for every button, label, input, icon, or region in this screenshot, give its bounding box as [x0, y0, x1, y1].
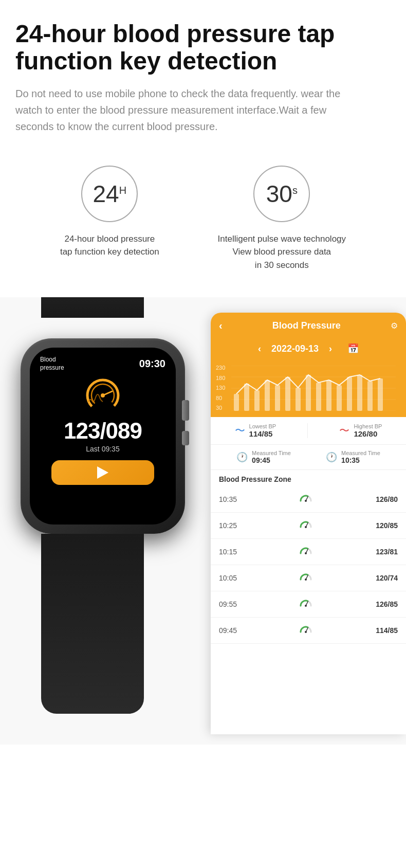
bp-row-time: 09:55	[219, 600, 250, 608]
bp-row-reading: 126/85	[362, 600, 398, 608]
bp-row-time: 10:15	[219, 548, 250, 556]
lowest-bp-label: Lowest BP	[249, 423, 276, 429]
highest-bp-value: 126/80	[354, 429, 382, 438]
chart-y-30: 30	[216, 405, 225, 411]
measured-time-2: 🕐 Measured Time 10:35	[326, 450, 380, 464]
highest-bp-info: Highest BP 126/80	[354, 423, 382, 438]
calendar-icon[interactable]: 📅	[347, 343, 359, 354]
watch-side-button-2	[182, 431, 189, 445]
lowest-bp-value: 114/85	[249, 429, 276, 438]
watch-outer: Blood pressure 09:30	[21, 338, 185, 534]
measured-label-2: Measured Time	[341, 450, 380, 456]
demo-section: Blood pressure 09:30	[0, 297, 406, 745]
date-display: 2022-09-13	[271, 343, 319, 354]
features-section: 24H 24-hour blood pressure tap function …	[0, 145, 406, 298]
svg-rect-20	[347, 377, 352, 411]
watch-last-time: Last 09:35	[86, 445, 119, 453]
bp-list-row: 10:35 126/80	[211, 486, 406, 513]
app-measured: 🕐 Measured Time 09:45 🕐 Measured Time 10…	[211, 445, 406, 470]
bp-gauge-icon	[250, 624, 362, 637]
measured-value-2: 10:35	[341, 456, 380, 464]
measured-info-1: Measured Time 09:45	[252, 450, 291, 464]
svg-rect-10	[244, 384, 249, 411]
svg-rect-15	[296, 388, 301, 411]
bp-list: 10:35 126/8010:25 120/8510:15 123/8110:0…	[211, 486, 406, 644]
bp-row-time: 10:25	[219, 521, 250, 530]
svg-point-33	[305, 605, 307, 607]
bp-gauge-icon	[250, 598, 362, 611]
bp-row-time: 10:05	[219, 574, 250, 582]
watch-label: Blood pressure	[40, 356, 64, 372]
chart-y-230: 230	[216, 365, 225, 371]
app-title: Blood Pressure	[228, 320, 385, 331]
chart-y-labels: 230 180 130 80 30	[216, 365, 225, 411]
feature-24h: 24H 24-hour blood pressure tap function …	[60, 166, 159, 259]
chart-y-130: 130	[216, 385, 225, 391]
lowest-bp-info: Lowest BP 114/85	[249, 423, 276, 438]
bp-list-row: 10:05 120/74	[211, 565, 406, 591]
watch-container: Blood pressure 09:30	[10, 308, 206, 729]
feature-circle-24h: 24H	[81, 166, 138, 222]
bp-row-reading: 123/81	[362, 548, 398, 556]
settings-icon[interactable]: ⚙	[391, 321, 398, 331]
watch-bp-value: 123/089	[64, 418, 142, 444]
svg-rect-23	[378, 378, 383, 411]
date-prev-arrow[interactable]: ‹	[258, 343, 261, 354]
bp-gauge-icon	[250, 571, 362, 585]
svg-rect-12	[265, 380, 270, 411]
watch-play-button[interactable]	[51, 460, 154, 485]
svg-point-27	[305, 526, 307, 528]
svg-point-31	[305, 578, 307, 581]
svg-rect-11	[254, 390, 260, 411]
feature-value-30s: 30s	[266, 182, 298, 206]
header-section: 24-hour blood pressure tap function key …	[0, 0, 406, 145]
highest-bp-stat: 〜 Highest BP 126/80	[339, 423, 382, 438]
watch-strap-top	[41, 297, 144, 318]
highest-bp-label: Highest BP	[354, 423, 382, 429]
zone-header: Blood Pressure Zone	[211, 470, 406, 486]
svg-rect-19	[337, 385, 342, 411]
measured-value-1: 09:45	[252, 456, 291, 464]
feature-value-24h: 24H	[93, 182, 127, 206]
bp-row-reading: 120/85	[362, 521, 398, 530]
bp-list-row: 09:55 126/85	[211, 591, 406, 618]
feature-desc-30s: Intelligent pulse wave technology View b…	[218, 232, 346, 272]
clock-icon-2: 🕐	[326, 451, 337, 463]
bp-list-row: 10:25 120/85	[211, 513, 406, 539]
svg-rect-17	[316, 383, 321, 411]
page-subtitle: Do not need to use mobile phone to check…	[15, 85, 365, 135]
bp-row-reading: 114/85	[362, 626, 398, 635]
bp-row-time: 10:35	[219, 495, 250, 503]
feature-desc-24h: 24-hour blood pressure tap function key …	[60, 232, 159, 259]
stat-divider	[307, 423, 308, 438]
watch-body: Blood pressure 09:30	[21, 338, 185, 534]
svg-point-35	[305, 631, 307, 633]
svg-point-25	[305, 500, 307, 502]
bp-list-row: 10:15 123/81	[211, 539, 406, 565]
svg-rect-9	[234, 394, 239, 411]
lowest-bp-stat: 〜 Lowest BP 114/85	[235, 423, 276, 438]
date-next-arrow[interactable]: ›	[329, 343, 332, 354]
watch-play-icon	[97, 466, 108, 479]
svg-point-29	[305, 552, 307, 554]
back-arrow-icon[interactable]: ‹	[219, 320, 223, 332]
measured-time-1: 🕐 Measured Time 09:45	[236, 450, 291, 464]
page-title: 24-hour blood pressure tap function key …	[15, 21, 391, 75]
watch-side-button-1	[182, 400, 189, 421]
bp-gauge-icon	[250, 519, 362, 532]
app-panel: ‹ Blood Pressure ⚙ ‹ 2022-09-13 › 📅 230 …	[211, 313, 406, 734]
svg-rect-18	[326, 380, 331, 411]
bp-gauge-icon	[250, 545, 362, 558]
svg-rect-22	[367, 381, 373, 411]
watch-header: Blood pressure 09:30	[40, 356, 165, 372]
chart-bar-area	[231, 365, 401, 411]
svg-rect-21	[357, 375, 362, 411]
clock-icon-1: 🕐	[236, 451, 248, 463]
measured-info-2: Measured Time 10:35	[341, 450, 380, 464]
app-chart: 230 180 130 80 30	[211, 360, 406, 417]
watch-gauge	[82, 375, 123, 416]
app-stats: 〜 Lowest BP 114/85 〜 Highest BP 126/80	[211, 417, 406, 445]
svg-point-3	[101, 393, 105, 397]
svg-rect-14	[285, 377, 290, 411]
bp-row-reading: 120/74	[362, 574, 398, 582]
